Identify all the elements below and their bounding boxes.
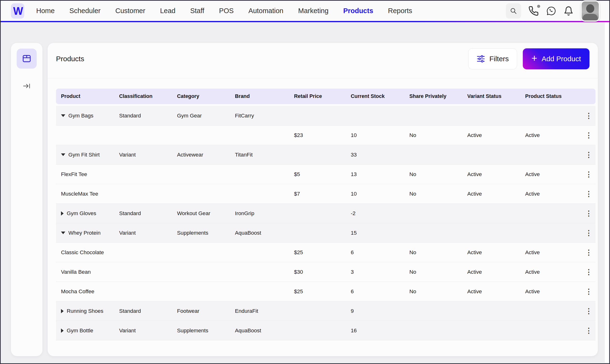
- filters-icon: [477, 55, 485, 63]
- product-row[interactable]: Gym Bags Standard Gym Gear FitCarry: [56, 106, 596, 126]
- row-menu-button[interactable]: [584, 306, 594, 316]
- product-row[interactable]: Mocha Coffee $25 6 No Active Active: [56, 282, 596, 301]
- nav-item-products[interactable]: Products: [343, 7, 373, 15]
- cell-current-stock: 10: [346, 132, 404, 138]
- cell-current-stock: 13: [346, 171, 404, 178]
- sidebar-item-products[interactable]: [17, 49, 37, 69]
- filters-label: Filters: [489, 55, 509, 63]
- row-menu-button[interactable]: [584, 150, 594, 160]
- nav-item-home[interactable]: Home: [36, 7, 54, 15]
- row-menu-button[interactable]: [584, 189, 594, 199]
- nav-item-staff[interactable]: Staff: [190, 7, 204, 15]
- expand-row-icon[interactable]: [61, 211, 64, 216]
- nav-item-reports[interactable]: Reports: [388, 7, 412, 15]
- expand-sidebar-icon: [23, 82, 31, 90]
- product-row[interactable]: MuscleMax Tee $7 10 No Active Active: [56, 184, 596, 204]
- row-menu-button[interactable]: [584, 208, 594, 219]
- cell-row-menu: [582, 130, 596, 141]
- collapse-row-icon[interactable]: [61, 114, 65, 117]
- column-header-brand: Brand: [230, 93, 289, 99]
- cell-share-privately: No: [404, 269, 462, 275]
- cell-product: Gym Bags: [56, 113, 114, 119]
- product-row[interactable]: Gym Fit Shirt Variant Activewear TitanFi…: [56, 145, 596, 165]
- nav-item-marketing[interactable]: Marketing: [298, 7, 328, 15]
- cell-product-status: Active: [520, 191, 582, 197]
- cell-category: Supplements: [172, 230, 230, 236]
- phone-button[interactable]: [528, 6, 539, 16]
- row-menu-button[interactable]: [584, 111, 594, 121]
- cell-retail-price: $23: [289, 132, 346, 138]
- cell-row-menu: [582, 286, 596, 297]
- cell-retail-price: $25: [289, 288, 346, 295]
- row-menu-button[interactable]: [584, 130, 594, 141]
- cell-product-status: Active: [520, 132, 582, 138]
- product-name: Whey Protein: [68, 230, 101, 236]
- sidebar-expand-button[interactable]: [21, 81, 32, 91]
- cell-row-menu: [582, 247, 596, 258]
- cell-row-menu: [582, 228, 596, 238]
- whatsapp-button[interactable]: [546, 6, 556, 16]
- cell-category: Activewear: [172, 152, 230, 158]
- product-row[interactable]: Classic Chocolate $25 6 No Active Active: [56, 243, 596, 262]
- cell-current-stock: 3: [346, 269, 404, 275]
- product-row[interactable]: FlexFit Tee $5 13 No Active Active: [56, 165, 596, 184]
- column-header-product: Product: [56, 93, 114, 99]
- cell-retail-price: $5: [289, 171, 346, 178]
- package-icon: [22, 54, 32, 64]
- expand-row-icon[interactable]: [61, 309, 64, 313]
- cell-product: Gym Bottle: [56, 327, 114, 334]
- cell-product: Vanilla Bean: [56, 269, 114, 275]
- nav-item-automation[interactable]: Automation: [248, 7, 284, 15]
- cell-share-privately: No: [404, 191, 462, 197]
- header-divider: [48, 78, 598, 78]
- cell-product: Gym Fit Shirt: [56, 152, 114, 158]
- row-menu-button[interactable]: [584, 247, 594, 258]
- product-name: MuscleMax Tee: [61, 191, 98, 197]
- nav-item-customer[interactable]: Customer: [115, 7, 145, 15]
- collapse-row-icon[interactable]: [61, 232, 65, 234]
- cell-product: FlexFit Tee: [56, 171, 114, 178]
- nav-item-lead[interactable]: Lead: [160, 7, 176, 15]
- user-avatar[interactable]: [581, 0, 600, 21]
- cell-category: Supplements: [172, 327, 230, 334]
- cell-row-menu: [582, 267, 596, 277]
- row-menu-button[interactable]: [584, 228, 594, 238]
- product-name: Classic Chocolate: [61, 249, 104, 256]
- notifications-button[interactable]: [564, 6, 573, 16]
- row-menu-button[interactable]: [584, 267, 594, 277]
- cell-share-privately: No: [404, 132, 462, 138]
- cell-row-menu: [582, 111, 596, 121]
- product-row[interactable]: Gym Bottle Variant Supplements AquaBoost…: [56, 321, 596, 340]
- column-header-category: Category: [172, 93, 230, 99]
- product-row[interactable]: Vanilla Bean $30 3 No Active Active: [56, 262, 596, 282]
- product-name: Running Shoes: [67, 308, 104, 314]
- cell-product-status: Active: [520, 288, 582, 295]
- row-menu-button[interactable]: [584, 286, 594, 297]
- header-actions: Filters Add Product: [468, 48, 589, 69]
- cell-row-menu: [582, 325, 596, 336]
- row-menu-button[interactable]: [584, 325, 594, 336]
- product-name: FlexFit Tee: [61, 171, 87, 178]
- cell-product: Mocha Coffee: [56, 288, 114, 295]
- panel-header: Products Filters: [56, 48, 589, 69]
- column-header-variant-status: Variant Status: [462, 93, 520, 99]
- collapse-row-icon[interactable]: [61, 153, 65, 156]
- nav-item-pos[interactable]: POS: [219, 7, 234, 15]
- row-menu-button[interactable]: [584, 169, 594, 180]
- cell-share-privately: No: [404, 249, 462, 256]
- filters-button[interactable]: Filters: [468, 48, 517, 69]
- scrollbar-track[interactable]: [605, 22, 609, 363]
- app-logo[interactable]: W: [11, 3, 24, 19]
- add-product-button[interactable]: Add Product: [523, 48, 589, 69]
- cell-current-stock: -2: [346, 210, 404, 217]
- product-row[interactable]: Running Shoes Standard Footwear EnduraFi…: [56, 301, 596, 321]
- cell-retail-price: $25: [289, 249, 346, 256]
- search-button[interactable]: [506, 3, 521, 19]
- product-row[interactable]: Whey Protein Variant Supplements AquaBoo…: [56, 223, 596, 243]
- expand-row-icon[interactable]: [61, 328, 64, 333]
- cell-variant-status: Active: [462, 191, 520, 197]
- product-row[interactable]: $23 10 No Active Active: [56, 126, 596, 145]
- product-row[interactable]: Gym Gloves Standard Workout Gear IronGri…: [56, 204, 596, 223]
- cell-product: MuscleMax Tee: [56, 191, 114, 197]
- nav-item-scheduler[interactable]: Scheduler: [69, 7, 101, 15]
